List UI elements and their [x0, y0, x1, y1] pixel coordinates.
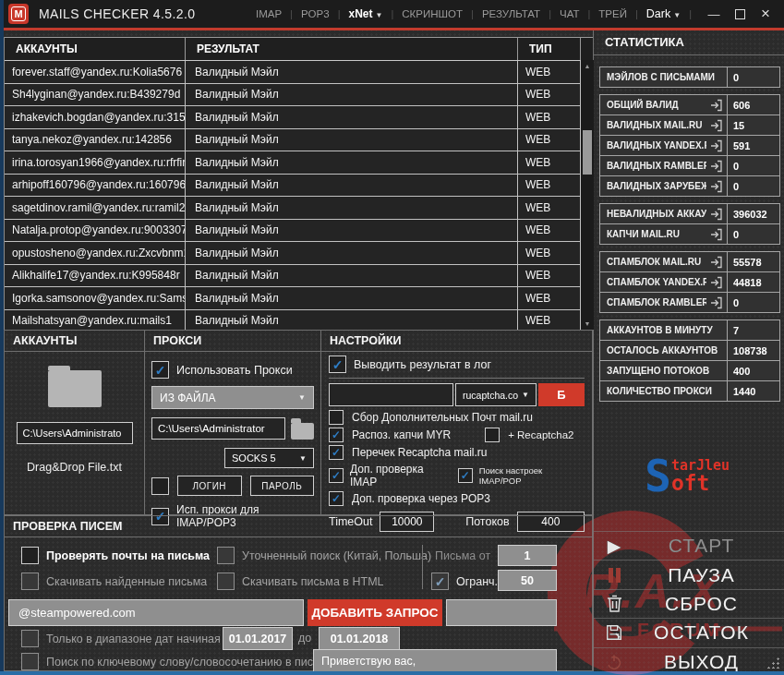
export-icon[interactable] — [706, 115, 727, 135]
proxy-auth-checkbox[interactable] — [151, 477, 169, 495]
menu-item-result[interactable]: РЕЗУЛЬТАТ — [482, 8, 540, 19]
captcha-service-select[interactable]: rucaptcha.co ▼ — [455, 383, 537, 406]
export-icon[interactable] — [706, 176, 727, 196]
imap-settings-checkbox[interactable]: ✓ — [458, 468, 473, 483]
column-header-accounts[interactable]: АККАУНТЫ — [5, 38, 186, 60]
cell-result: Валидный Мэйл — [186, 61, 518, 83]
start-button[interactable]: ▶ СТАРТ — [594, 531, 784, 560]
table-row[interactable]: Natalja.protop@yandex.ru:9003307 Валидны… — [5, 220, 594, 243]
maximize-button[interactable] — [727, 0, 753, 28]
check-letters-checkbox[interactable] — [21, 547, 39, 564]
stat-row: СПАМБЛОК YANDEX.RU 44818 — [599, 271, 780, 293]
proxy-type-value: SOCKS 5 — [232, 452, 276, 464]
column-header-type[interactable]: ТИП — [518, 38, 581, 60]
menu-item-chat[interactable]: ЧАТ — [560, 8, 579, 19]
table-row[interactable]: Alikhalife17@yandex.ru:K995848r Валидный… — [5, 265, 594, 288]
stat-value: 400 — [727, 361, 779, 380]
recheck-recaptcha-checkbox[interactable]: ✓ — [329, 445, 344, 460]
extra-query-input[interactable] — [446, 599, 557, 626]
proxy-file-input[interactable]: C:\Users\Administrator — [151, 417, 285, 440]
save-icon — [594, 623, 634, 642]
pop3-check-checkbox[interactable]: ✓ — [329, 491, 344, 506]
date-from-input[interactable]: 01.01.2017 — [223, 627, 293, 650]
remainder-button[interactable]: ОСТАТОК — [594, 618, 784, 646]
date-to-input[interactable]: 01.01.2018 — [319, 627, 400, 650]
pause-icon — [594, 568, 634, 583]
menu-item-pop3[interactable]: POP3 — [301, 8, 330, 19]
download-html-checkbox[interactable] — [217, 573, 235, 590]
table-row[interactable]: Mailshatsyan@yandex.ru:mails1 Валидный М… — [5, 310, 594, 331]
minimize-button[interactable]: — — [701, 0, 727, 28]
cell-account: arhipoff160796@yandex.ru:160796A — [5, 175, 186, 197]
scroll-up-icon[interactable]: ▲ — [581, 60, 594, 72]
table-scrollbar[interactable]: ▲ ▼ — [581, 60, 594, 330]
proxy-type-select[interactable]: SOCKS 5 ▼ — [224, 448, 314, 468]
keyword-input[interactable]: Приветствую вас, — [313, 649, 557, 672]
download-found-checkbox[interactable] — [21, 573, 39, 590]
myr-captcha-checkbox[interactable]: ✓ — [329, 428, 344, 442]
export-icon[interactable] — [706, 272, 727, 292]
play-icon: ▶ — [594, 537, 634, 555]
pop3-limit-input[interactable]: 50 — [498, 570, 557, 591]
reset-button[interactable]: СБРОС — [594, 589, 784, 618]
menu-item-screenshot[interactable]: СКРИНШОТ — [402, 8, 463, 19]
query-input[interactable]: @steampowered.com — [8, 599, 304, 626]
log-output-checkbox[interactable]: ✓ — [329, 356, 346, 373]
accounts-file-input[interactable]: C:\Users\Administrato — [17, 422, 133, 444]
table-row[interactable]: arhipoff160796@yandex.ru:160796A Валидны… — [5, 175, 594, 198]
chevron-down-icon: ▼ — [522, 391, 529, 399]
keyword-search-checkbox[interactable] — [21, 653, 39, 670]
theme-select[interactable]: Dark▼ — [646, 7, 681, 20]
statistics-title: СТАТИСТИКА — [594, 30, 784, 55]
table-row[interactable]: Igorka.samsonov@yandex.ru:Samsor Валидны… — [5, 287, 594, 310]
stat-value: 7 — [727, 320, 779, 340]
table-row[interactable]: irina.torosyan1966@yandex.ru:rfrfirf1 Ва… — [5, 151, 594, 175]
export-icon[interactable] — [706, 204, 727, 223]
cell-account: Igorka.samsonov@yandex.ru:Samsor — [5, 287, 186, 309]
column-header-result[interactable]: РЕЗУЛЬТАТ — [186, 38, 518, 60]
date-range-checkbox[interactable] — [21, 630, 39, 647]
pop3-limit-checkbox[interactable]: ✓ — [431, 573, 449, 590]
captcha-key-input[interactable] — [329, 383, 453, 406]
recaptcha2-checkbox[interactable] — [485, 428, 500, 442]
imap-check-checkbox[interactable]: ✓ — [329, 468, 344, 483]
use-proxy-checkbox[interactable]: ✓ — [151, 361, 169, 379]
menu-item-tray[interactable]: ТРЕЙ — [598, 8, 627, 19]
login-button[interactable]: ЛОГИН — [177, 476, 242, 496]
stat-label: СПАМБЛОК YANDEX.RU — [600, 272, 706, 292]
proxy-source-select[interactable]: ИЗ ФАЙЛА ▼ — [151, 386, 314, 409]
refined-search-checkbox[interactable] — [217, 547, 235, 564]
cell-account: forever.staff@yandex.ru:Kolia5676 — [5, 61, 186, 83]
table-row[interactable]: izhakevich.bogdan@yandex.ru:31512 Валидн… — [5, 106, 594, 129]
scrollbar-thumb[interactable] — [583, 130, 592, 175]
cell-result: Валидный Мэйл — [186, 197, 518, 219]
password-button[interactable]: ПАРОЛЬ — [250, 476, 315, 496]
letters-from-input[interactable]: 1 — [498, 545, 557, 566]
folder-icon[interactable] — [48, 370, 102, 407]
balance-button[interactable]: Б — [538, 383, 585, 406]
chevron-down-icon: ▼ — [673, 11, 681, 19]
table-row[interactable]: tanya.nekoz@yandex.ru:142856 Валидный Мэ… — [5, 129, 594, 152]
export-icon[interactable] — [706, 156, 727, 175]
table-row[interactable]: forever.staff@yandex.ru:Kolia5676 Валидн… — [5, 61, 594, 84]
table-row[interactable]: opustosheno@yandex.ru:Zxcvbnm12 Валидный… — [5, 242, 594, 265]
stat-value: 108738 — [727, 341, 779, 360]
export-icon[interactable] — [706, 224, 727, 244]
menu-item-xnet[interactable]: xNet▼ — [348, 7, 382, 20]
collect-mails-checkbox[interactable] — [329, 410, 344, 425]
dragdrop-hint: Drag&Drop File.txt — [5, 461, 144, 474]
folder-icon[interactable] — [291, 423, 314, 440]
export-icon[interactable] — [706, 136, 727, 155]
export-icon[interactable] — [706, 252, 727, 271]
table-row[interactable]: Sh4lyginan@yandex.ru:B439279d Валидный М… — [5, 84, 594, 107]
pause-button[interactable]: ПАУЗА — [594, 560, 784, 588]
scrollbar-track[interactable] — [581, 72, 594, 318]
table-row[interactable]: sagetdinov.ramil@yandex.ru:ramil25 Валид… — [5, 197, 594, 220]
scroll-down-icon[interactable]: ▼ — [581, 318, 594, 330]
menu-item-imap[interactable]: IMAP — [256, 8, 282, 19]
menu-separator: | — [391, 8, 393, 19]
add-query-button[interactable]: ДОБАВИТЬ ЗАПРОС — [308, 599, 442, 626]
close-button[interactable]: × — [753, 0, 778, 28]
export-icon[interactable] — [706, 95, 727, 115]
export-icon[interactable] — [706, 293, 727, 312]
